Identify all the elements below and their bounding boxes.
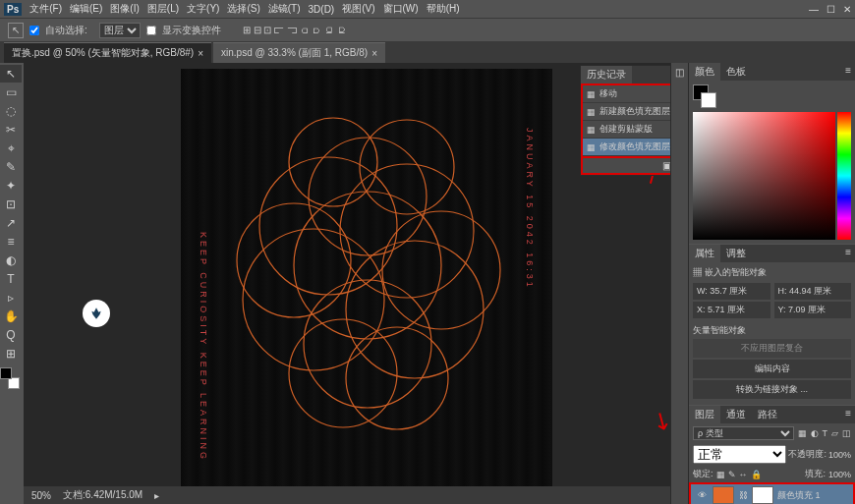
menu-item[interactable]: 图层(L) [147,2,179,16]
move-tool-icon: ↖ [8,23,24,38]
filter-icon[interactable]: ◫ [842,428,851,438]
layer-row[interactable]: 👁 ⛓ 颜色填充 1 [689,482,855,504]
menu-item[interactable]: 选择(S) [227,2,259,16]
mask-thumbnail[interactable] [752,486,773,504]
fill-value[interactable]: 100% [828,470,851,479]
zoom-tool[interactable]: Q [0,326,22,344]
menu-item[interactable]: 文件(F) [29,2,62,16]
color-tab[interactable]: 颜色 [689,63,720,81]
lasso-tool[interactable]: ◌ [0,102,22,120]
eraser-tool[interactable]: ↗ [0,214,22,232]
eyedropper-tool[interactable]: ⌖ [0,140,22,157]
artboard[interactable]: JANUARY 15 2042 16:31 KEEP CURIOSITY KEE… [181,69,552,501]
gradient-tool[interactable]: ≡ [0,233,22,251]
filter-icon[interactable]: ▦ [798,428,807,438]
history-panel[interactable]: 历史记录 ≡ ▦移动 ▦新建颜色填充图层 ▦创建剪贴蒙版 ▦修改颜色填充图层 ▣… [580,65,670,176]
menu-item[interactable]: 文字(Y) [187,2,219,16]
zoom-level[interactable]: 50% [31,490,51,501]
history-entry[interactable]: ▦修改颜色填充图层 [583,139,670,156]
canvas-area[interactable]: JANUARY 15 2042 16:31 KEEP CURIOSITY KEE… [24,63,670,504]
edit-contents-button[interactable]: 编辑内容 [693,360,851,378]
color-panel: 颜色 色板 ≡ [689,63,855,244]
paths-tab[interactable]: 路径 [752,406,783,423]
lock-icon[interactable]: ▦ [716,470,725,479]
color-field[interactable] [693,112,835,240]
x-field[interactable]: X: 5.71 厘米 [693,302,770,318]
chevron-right-icon[interactable]: ▸ [154,490,159,501]
color-swatch[interactable] [0,367,22,389]
filter-icon[interactable]: T [823,428,828,438]
opacity-value[interactable]: 100% [828,450,851,460]
minimize-icon[interactable]: — [809,4,819,15]
menu-item[interactable]: 图像(I) [110,2,139,16]
auto-select-checkbox[interactable] [29,26,39,35]
menu-item[interactable]: 视图(V) [342,2,374,16]
menu-item[interactable]: 编辑(E) [70,2,102,16]
panel-menu-icon[interactable]: ≡ [841,245,855,262]
layer-thumbnail[interactable] [712,486,734,504]
history-entry[interactable]: ▦创建剪贴蒙版 [583,121,670,139]
marquee-tool[interactable]: ▭ [0,84,22,101]
layers-tab[interactable]: 图层 [689,406,720,423]
panel-menu-icon[interactable]: ≡ [841,406,855,423]
healing-tool[interactable]: ✦ [0,177,22,195]
object-type-label: ▦ 嵌入的智能对象 [693,266,851,279]
snapshot-icon[interactable]: ▣ [662,160,670,171]
vertical-text-right: JANUARY 15 2042 16:31 [525,128,535,290]
lock-icon[interactable]: 🔒 [751,470,762,479]
collapsed-panel-icon[interactable]: ◫ [671,63,688,81]
doc-info: 文档:6.42M/15.0M [63,488,142,502]
clone-tool[interactable]: ⊡ [0,196,22,213]
layer-filter-dropdown[interactable]: ρ 类型 [693,426,794,440]
height-field[interactable]: H: 44.94 厘米 [774,283,852,300]
show-transform-checkbox[interactable] [146,26,156,35]
lock-icon[interactable]: ✎ [728,470,736,479]
menu-item[interactable]: 窗口(W) [383,2,419,16]
menu-item[interactable]: 滤镜(T) [268,2,301,16]
close-icon[interactable]: ✕ [843,4,851,15]
history-entry[interactable]: ▦新建颜色填充图层 [583,103,670,121]
filter-icon[interactable]: ▱ [831,428,838,438]
type-tool[interactable]: T [0,270,22,288]
opacity-label: 不透明度: [788,448,826,461]
properties-tab[interactable]: 属性 [689,245,720,262]
blend-mode-dropdown[interactable]: 正常 [693,445,786,464]
status-bar: 50% 文档:6.42M/15.0M ▸ [24,486,670,504]
layer-name[interactable]: 颜色填充 1 [777,489,821,502]
tab-close-icon[interactable]: × [198,48,203,59]
svg-point-12 [360,120,454,214]
auto-select-dropdown[interactable]: 图层 [99,23,141,38]
menu-item[interactable]: 帮助(H) [427,2,460,16]
hand-tool[interactable]: ✋ [0,308,22,325]
maximize-icon[interactable]: ☐ [826,4,835,15]
dodge-tool[interactable]: ◐ [0,252,22,269]
filter-icon[interactable]: ◐ [811,428,819,438]
y-field[interactable]: Y: 7.09 厘米 [774,302,852,318]
align-icon[interactable]: ⊞ ⊟ ⊡ ⫍ ⫎ ⫏ ⫐ ⫑ ⫒ [243,25,347,35]
lock-icon[interactable]: ↔ [739,470,748,479]
menu-item[interactable]: 3D(D) [309,4,335,15]
edit-toolbar[interactable]: ⊞ [0,345,22,363]
history-tab[interactable]: 历史记录 [581,66,632,84]
swatches-tab[interactable]: 色板 [720,63,752,81]
fg-color[interactable] [0,367,12,379]
panel-menu-icon[interactable]: ≡ [841,63,855,81]
document-tab[interactable]: 置换.psd @ 50% (矢量智能对象, RGB/8#) × [4,42,211,63]
tab-close-icon[interactable]: × [371,48,377,59]
convert-linked-button[interactable]: 转换为链接对象 ... [693,380,851,399]
brush-tool[interactable]: ✎ [0,158,22,176]
pen-tool[interactable]: ▹ [0,289,22,307]
collapsed-panel-dock[interactable]: ◫ [670,63,688,504]
svg-point-5 [309,138,427,255]
visibility-icon[interactable]: 👁 [695,490,709,500]
history-entry[interactable]: ▦移动 [583,85,670,103]
svg-point-6 [304,280,431,408]
adjustments-tab[interactable]: 调整 [720,245,752,262]
color-preview[interactable] [693,84,716,108]
move-tool[interactable]: ↖ [0,65,22,83]
crop-tool[interactable]: ✂ [0,121,22,139]
hue-slider[interactable] [837,112,851,240]
document-tab[interactable]: xin.psd @ 33.3% (副面 1, RGB/8) × [213,42,385,63]
channels-tab[interactable]: 通道 [720,406,752,423]
width-field[interactable]: W: 35.7 厘米 [693,283,770,300]
